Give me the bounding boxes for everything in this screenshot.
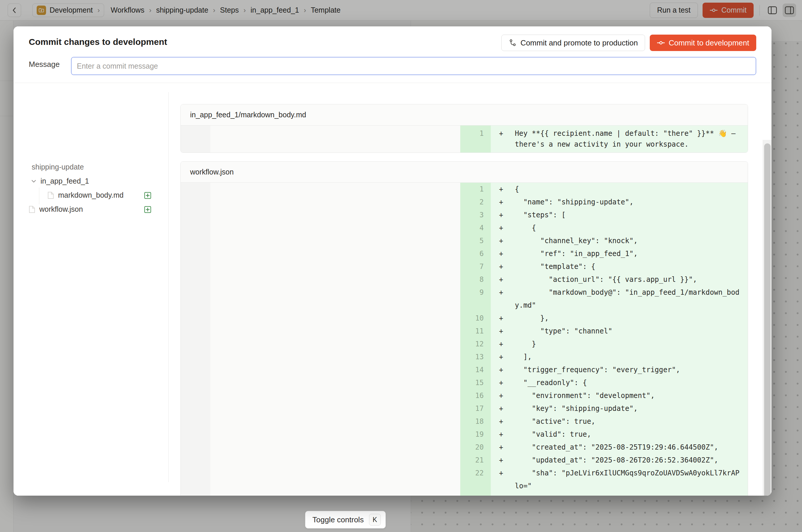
diff-line-number: 13 [460, 350, 491, 363]
diff-added-sign: + [499, 234, 515, 247]
diff-line-number: 1 [460, 183, 491, 196]
diff-line: 19+ "valid": true, [181, 428, 748, 441]
diff-code: "trigger_frequency": "every_trigger", [515, 363, 744, 376]
diff-added-sign: + [499, 222, 515, 234]
diff-line: 12+ } [181, 338, 748, 350]
diff-code: "updated_at": "2025-08-26T20:26:52.36400… [515, 454, 744, 467]
commit-to-development-label: Commit to development [669, 38, 749, 48]
diff-line-number: 11 [460, 325, 491, 338]
modal-scrollbar-track[interactable] [763, 140, 771, 496]
modal-scrollbar-thumb[interactable] [764, 144, 771, 496]
file-added-badge [144, 192, 151, 199]
diff-code: "markdown_body@": "in_app_feed_1/markdow… [515, 286, 744, 312]
tree-folder-in-app-feed[interactable]: in_app_feed_1 [30, 177, 89, 185]
diff-code: }, [515, 312, 744, 325]
diff-added-sign: + [499, 247, 515, 260]
diff-code: "created_at": "2025-08-25T19:29:46.64450… [515, 441, 744, 454]
diff-line-number: 15 [460, 376, 491, 389]
diff-line: 10+ }, [181, 312, 748, 325]
diff-line-number: 21 [460, 454, 491, 467]
diff-code: "action_url": "{{ vars.app_url }}", [515, 273, 744, 286]
commit-and-promote-label: Commit and promote to production [520, 38, 638, 48]
diff-line: 6+ "ref": "in_app_feed_1", [181, 247, 748, 260]
diff-line-number: 17 [460, 402, 491, 415]
diff-line: 14+ "trigger_frequency": "every_trigger"… [181, 363, 748, 376]
diff-line-number: 14 [460, 363, 491, 376]
diff-line: 17+ "key": "shipping-update", [181, 402, 748, 415]
tree-file-label: markdown_body.md [58, 191, 124, 200]
diff-line: 8+ "action_url": "{{ vars.app_url }}", [181, 273, 748, 286]
diff-added-sign: + [499, 441, 515, 454]
tree-file-label: workflow.json [39, 205, 83, 213]
diff-line: 5+ "channel_key": "knock", [181, 234, 748, 247]
tree-indent-guide [39, 187, 39, 204]
diff-added-sign: + [499, 128, 515, 150]
modal-title: Commit changes to development [29, 37, 167, 47]
diff-filename: workflow.json [181, 162, 748, 183]
diff-line-number: 8 [460, 273, 491, 286]
diff-code: "environment": "development", [515, 389, 744, 402]
diff-added-sign: + [499, 467, 515, 492]
diff-line-number: 6 [460, 247, 491, 260]
file-added-badge [144, 206, 151, 213]
commit-modal-header: Commit changes to development Commit and… [14, 26, 771, 83]
tree-diff-divider [168, 92, 169, 482]
diff-code: "steps": [ [515, 209, 744, 222]
commit-icon [657, 39, 665, 47]
diff-line-number: 18 [460, 415, 491, 428]
diff-added-sign: + [499, 363, 515, 376]
promote-branch-icon [509, 39, 517, 47]
diff-line: 3+ "steps": [ [181, 209, 748, 222]
diff-line-number: 3 [460, 209, 491, 222]
diff-code: "name": "shipping-update", [515, 196, 744, 209]
diff-added-sign: + [499, 338, 515, 350]
diff-code: "active": true, [515, 415, 744, 428]
diff-line-number: 23 [460, 492, 491, 496]
file-icon [28, 205, 36, 213]
toggle-controls-label: Toggle controls [312, 515, 364, 525]
diff-code: "ref": "in_app_feed_1", [515, 247, 744, 260]
diff-filename: in_app_feed_1/markdown_body.md [181, 104, 748, 126]
diff-added-sign: + [499, 209, 515, 222]
diff-added-sign: + [499, 286, 515, 312]
diff-code: } [515, 338, 744, 350]
message-label: Message [29, 60, 60, 69]
diff-line-number: 19 [460, 428, 491, 441]
diff-code: "valid": true, [515, 428, 744, 441]
diff-line: 21+ "updated_at": "2025-08-26T20:26:52.3… [181, 454, 748, 467]
diff-added-sign: + [499, 402, 515, 415]
diff-added-sign: + [499, 350, 515, 363]
diff-line: 1+{ [181, 183, 748, 196]
commit-and-promote-button[interactable]: Commit and promote to production [501, 35, 645, 51]
diff-line: 9+ "markdown_body@": "in_app_feed_1/mark… [181, 286, 748, 312]
toggle-controls-button[interactable]: Toggle controls K [305, 511, 386, 529]
diff-line: 13+ ], [181, 350, 748, 363]
diff-code: "sha": "pJeLVir6xIlUCMGqs9qroZoUAVDSwA0y… [515, 467, 744, 492]
tree-file-workflow-json[interactable]: workflow.json [28, 205, 83, 213]
diff-added-sign: + [499, 183, 515, 196]
diff-code: "template": { [515, 260, 744, 273]
diff-code: ], [515, 350, 744, 363]
commit-to-development-button[interactable]: Commit to development [650, 35, 756, 51]
diff-added-sign: + [499, 325, 515, 338]
diff-line-number: 16 [460, 389, 491, 402]
diff-line: 2+ "name": "shipping-update", [181, 196, 748, 209]
diff-line-number: 20 [460, 441, 491, 454]
diff-code: "__readonly": { [515, 376, 744, 389]
file-icon [47, 191, 55, 200]
diff-line-number: 4 [460, 222, 491, 234]
commit-message-input[interactable] [71, 57, 756, 75]
diff-line: 1+Hey **{{ recipient.name | default: "th… [181, 126, 748, 152]
diff-line: 23+ } [181, 492, 748, 496]
diff-added-sign: + [499, 260, 515, 273]
diff-card-workflow-json: workflow.json 1+{2+ "name": "shipping-up… [181, 161, 748, 496]
diff-code: } [515, 492, 744, 496]
tree-file-markdown-body[interactable]: markdown_body.md [47, 191, 124, 200]
diff-added-sign: + [499, 273, 515, 286]
keyboard-shortcut-badge: K [369, 514, 381, 526]
diff-added-sign: + [499, 492, 515, 496]
diff-line: 15+ "__readonly": { [181, 376, 748, 389]
commit-modal: Commit changes to development Commit and… [14, 26, 771, 496]
diff-line: 11+ "type": "channel" [181, 325, 748, 338]
diff-line-number: 22 [460, 467, 491, 492]
